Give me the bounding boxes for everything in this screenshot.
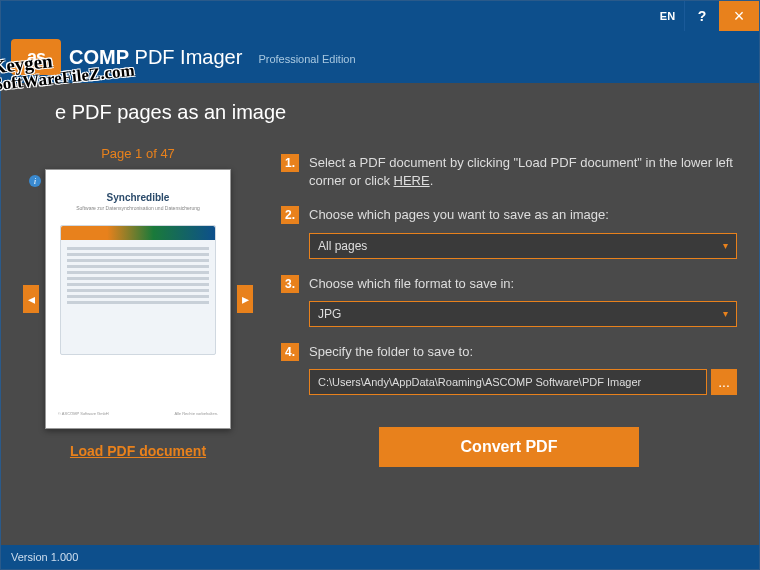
save-path-input[interactable]: C:\Users\Andy\AppData\Roaming\ASCOMP Sof…: [309, 369, 707, 395]
step-3-number: 3.: [281, 275, 299, 293]
preview-mini-row: [67, 247, 209, 250]
preview-mini-row: [67, 259, 209, 262]
preview-footer: © ASCOMP Software GmbHAlle Rechte vorbeh…: [54, 407, 222, 420]
prev-page-button[interactable]: ◂: [23, 285, 39, 313]
edition-label: Professional Edition: [258, 53, 355, 65]
preview-mini-toolbar: [61, 226, 215, 240]
chevron-down-icon: ▾: [723, 240, 728, 251]
next-page-button[interactable]: ▸: [237, 285, 253, 313]
preview-mini-window: [60, 225, 216, 355]
help-button[interactable]: ?: [685, 1, 719, 31]
convert-button[interactable]: Convert PDF: [379, 427, 639, 467]
preview-column: Page 1 of 47 ◂ i Synchredible Software z…: [23, 146, 253, 545]
load-pdf-link[interactable]: Load PDF document: [70, 443, 206, 459]
preview-mini-row: [67, 253, 209, 256]
step-1-here-link[interactable]: HERE: [394, 173, 430, 188]
language-button[interactable]: EN: [651, 1, 685, 31]
content-row: Page 1 of 47 ◂ i Synchredible Software z…: [23, 146, 737, 545]
step-3-control: JPG ▾: [309, 301, 737, 327]
step-2-text: Choose which pages you want to save as a…: [309, 206, 609, 224]
preview-mini-row: [67, 277, 209, 280]
pdf-preview[interactable]: i Synchredible Software zur Datensynchro…: [45, 169, 231, 429]
step-1: 1. Select a PDF document by clicking "Lo…: [281, 154, 737, 190]
format-dropdown-value: JPG: [318, 307, 341, 321]
step-1-head: 1. Select a PDF document by clicking "Lo…: [281, 154, 737, 190]
pages-dropdown-value: All pages: [318, 239, 367, 253]
step-1-text-a: Select a PDF document by clicking "Load …: [309, 155, 733, 188]
step-4-head: 4. Specify the folder to save to:: [281, 343, 737, 361]
step-4-number: 4.: [281, 343, 299, 361]
preview-mini-row: [67, 301, 209, 304]
browse-button[interactable]: ...: [711, 369, 737, 395]
preview-mini-row: [67, 265, 209, 268]
step-3: 3. Choose which file format to save in: …: [281, 275, 737, 327]
info-icon: i: [29, 175, 41, 187]
preview-mini-row: [67, 283, 209, 286]
convert-row: Convert PDF: [281, 427, 737, 467]
preview-doc-subtitle: Software zur Datensynchronisation und Da…: [54, 205, 222, 211]
statusbar: Version 1.000: [1, 545, 759, 569]
step-4-control: C:\Users\Andy\AppData\Roaming\ASCOMP Sof…: [309, 369, 737, 395]
page-counter: Page 1 of 47: [101, 146, 175, 161]
main-body: e PDF pages as an image Page 1 of 47 ◂ i…: [1, 83, 759, 545]
step-1-text-b: .: [430, 173, 434, 188]
step-2-head: 2. Choose which pages you want to save a…: [281, 206, 737, 224]
page-title: e PDF pages as an image: [55, 101, 737, 124]
preview-mini-row: [67, 295, 209, 298]
step-1-text: Select a PDF document by clicking "Load …: [309, 154, 737, 190]
step-2-number: 2.: [281, 206, 299, 224]
step-2: 2. Choose which pages you want to save a…: [281, 206, 737, 258]
format-dropdown[interactable]: JPG ▾: [309, 301, 737, 327]
preview-mini-row: [67, 289, 209, 292]
version-label: Version 1.000: [11, 551, 78, 563]
preview-mini-body: [61, 240, 215, 311]
steps-column: 1. Select a PDF document by clicking "Lo…: [281, 146, 737, 545]
step-3-text: Choose which file format to save in:: [309, 275, 514, 293]
titlebar: EN ? ×: [1, 1, 759, 31]
step-2-control: All pages ▾: [309, 233, 737, 259]
close-button[interactable]: ×: [719, 1, 759, 31]
app-window: EN ? × as COMP PDF Imager Professional E…: [0, 0, 760, 570]
step-4-text: Specify the folder to save to:: [309, 343, 473, 361]
step-1-number: 1.: [281, 154, 299, 172]
product-title: PDF Imager: [135, 46, 243, 68]
pages-dropdown[interactable]: All pages ▾: [309, 233, 737, 259]
preview-doc-title: Synchredible: [54, 192, 222, 203]
chevron-down-icon: ▾: [723, 308, 728, 319]
step-4: 4. Specify the folder to save to: C:\Use…: [281, 343, 737, 395]
preview-mini-row: [67, 271, 209, 274]
step-3-head: 3. Choose which file format to save in:: [281, 275, 737, 293]
preview-wrap: ◂ i Synchredible Software zur Datensynch…: [23, 169, 253, 429]
